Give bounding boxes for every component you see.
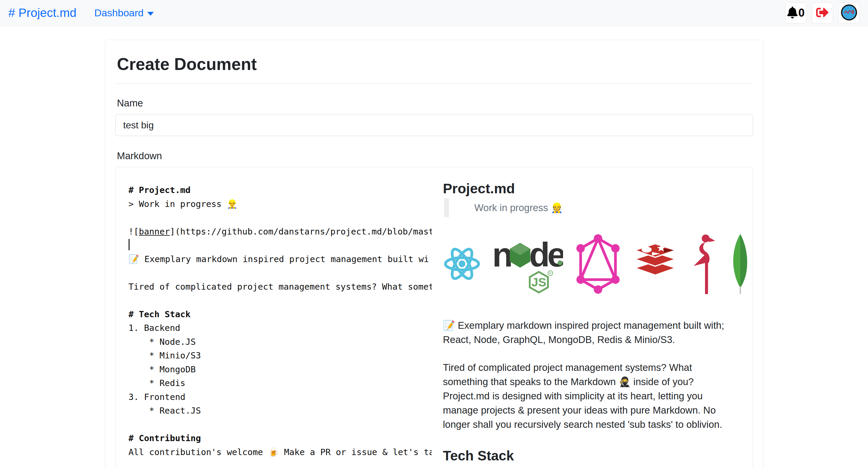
editor-line xyxy=(129,418,432,432)
name-input[interactable] xyxy=(115,114,753,136)
page-title: Create Document xyxy=(117,54,751,74)
svg-text:d: d xyxy=(529,235,550,273)
editor-line xyxy=(129,211,432,225)
editor-line: > Work in progress 👷‍♂️ xyxy=(129,197,432,211)
text-cursor xyxy=(129,239,129,250)
svg-text:R: R xyxy=(549,271,552,275)
editor-line xyxy=(129,459,432,469)
editor-line: # Contributing xyxy=(129,431,432,445)
editor-line: All contribution's welcome 🍺 Make a PR o… xyxy=(129,445,432,459)
create-document-card: Create Document Name Markdown # Project.… xyxy=(105,40,764,469)
nav-dashboard-label: Dashboard xyxy=(94,7,144,19)
editor-line: * Minio/S3 xyxy=(129,349,432,362)
logout-icon xyxy=(816,6,829,20)
brand-link[interactable]: # Project.md xyxy=(8,6,76,20)
editor-line xyxy=(129,238,432,252)
markdown-panel: # Project.md> Work in progress 👷‍♂️ ![ba… xyxy=(115,167,753,469)
markdown-editor[interactable]: # Project.md> Work in progress 👷‍♂️ ![ba… xyxy=(116,167,434,469)
markdown-label: Markdown xyxy=(117,150,753,162)
avatar-button[interactable] xyxy=(838,2,860,24)
editor-line: * React.JS xyxy=(129,404,432,418)
name-label: Name xyxy=(117,97,753,109)
chevron-down-icon xyxy=(147,12,154,16)
nav-dashboard-dropdown[interactable]: Dashboard xyxy=(94,7,154,19)
preview-paragraph: 📝 Exemplary markdown inspired project ma… xyxy=(443,318,740,347)
editor-line: # Tech Stack xyxy=(129,307,432,321)
navbar: # Project.md Dashboard 0 xyxy=(0,0,868,26)
react-logo xyxy=(443,247,481,282)
banner-image: n d e JS R xyxy=(443,232,740,296)
editor-line: 3. Frontend xyxy=(129,390,432,404)
preview-paragraph: Tired of complicated project management … xyxy=(443,360,740,432)
tech-stack-heading: Tech Stack xyxy=(443,448,740,464)
mongodb-logo xyxy=(730,232,751,296)
editor-line: * Redis xyxy=(129,376,432,390)
editor-line xyxy=(129,293,432,307)
divider xyxy=(115,83,753,84)
nodejs-logo: n d e JS R xyxy=(493,234,563,296)
navbar-actions: 0 xyxy=(785,2,860,24)
minio-logo xyxy=(690,232,717,296)
editor-line: ![banner](https://github.com/danstarns/p… xyxy=(129,225,432,239)
graphql-logo xyxy=(576,234,621,296)
svg-text:JS: JS xyxy=(531,275,546,289)
notification-count-badge: 0 xyxy=(798,6,805,19)
bell-icon xyxy=(787,6,798,19)
notifications-button[interactable]: 0 xyxy=(785,2,806,24)
editor-line xyxy=(129,266,432,280)
markdown-preview: Project.md Work in progress 👷 xyxy=(434,167,753,469)
editor-line: Tired of complicated project management … xyxy=(129,280,432,294)
svg-text:e: e xyxy=(547,235,563,273)
logout-button[interactable] xyxy=(812,2,833,24)
editor-line: * Node.JS xyxy=(129,335,432,349)
main-content: Create Document Name Markdown # Project.… xyxy=(0,26,868,469)
preview-blockquote: Work in progress 👷 xyxy=(444,198,740,217)
user-avatar xyxy=(841,4,857,22)
redis-logo xyxy=(633,243,677,286)
editor-line: * MongoDB xyxy=(129,362,432,377)
editor-line: 1. Backend xyxy=(129,321,432,335)
editor-line: 📝 Exemplary markdown inspired project ma… xyxy=(129,252,432,266)
editor-line: # Project.md xyxy=(129,183,432,197)
preview-title: Project.md xyxy=(443,180,740,197)
